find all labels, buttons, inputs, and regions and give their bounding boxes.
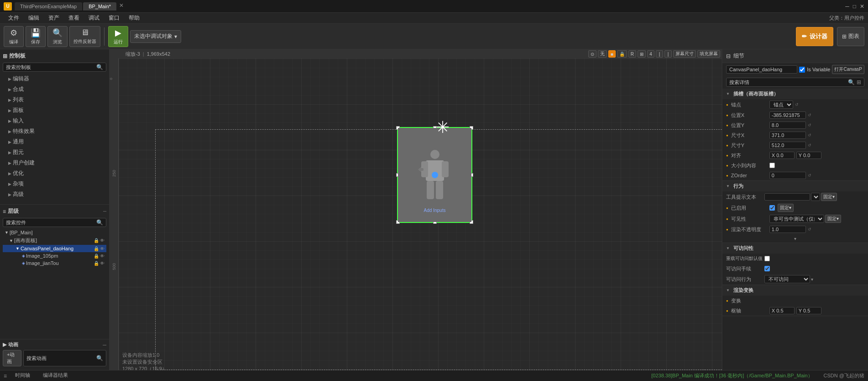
tab-bp-main[interactable]: BP_Main*	[83, 2, 116, 11]
maximize-btn[interactable]: □	[853, 3, 856, 10]
panel-item-optimize[interactable]: 优化	[3, 168, 106, 179]
opacity-input[interactable]	[769, 226, 806, 233]
browse-button[interactable]: 🔍 浏览	[47, 26, 68, 47]
panel-item-editor[interactable]: 编辑器	[3, 74, 106, 84]
view-toggle-btn[interactable]: ⊙	[588, 50, 596, 58]
is-variable-checkbox[interactable]	[799, 67, 805, 73]
pivot-x-input[interactable]	[769, 307, 795, 314]
layer-search-input[interactable]	[6, 220, 96, 225]
toggle-btn-6[interactable]: |	[664, 50, 672, 58]
menu-debug[interactable]: 调试	[84, 13, 104, 23]
layer-item-canvas-daohang[interactable]: ▼ CanvasPanel_daoHang 🔒 👁	[3, 245, 106, 252]
pivot-y-input[interactable]	[796, 307, 821, 314]
toggle-btn-4[interactable]: 4	[647, 50, 654, 58]
open-canvas-button[interactable]: 打开CanvasP	[832, 65, 864, 74]
details-grid-icon[interactable]: ⊞	[857, 79, 861, 85]
toggle-btn-r[interactable]: R	[628, 50, 636, 58]
widget-canvas-element[interactable]: Add Inputs	[397, 127, 472, 223]
panel-item-panel[interactable]: 面板	[3, 105, 106, 116]
layer-panel-collapse[interactable]: ─	[103, 209, 106, 214]
anchor-reset-btn[interactable]: ↺	[794, 102, 800, 107]
toggle-btn-5[interactable]: |	[656, 50, 663, 58]
tooltip-set-btn[interactable]: 固定▾	[821, 193, 837, 201]
panel-item-input[interactable]: 输入	[3, 116, 106, 126]
canvas-area[interactable]: 缩放-3 | 1,969x542 ⊙ 无 ■ 🔒 R ⊞ 4 | | 屏幕尺寸 …	[110, 49, 722, 370]
widget-name-input[interactable]	[726, 65, 797, 74]
tooltip-select[interactable]	[811, 193, 820, 201]
debug-filter-dropdown[interactable]: 未选中调试对象 ▾	[130, 30, 181, 43]
size-content-checkbox[interactable]	[769, 163, 775, 168]
control-panel-search[interactable]: 🔍	[3, 63, 106, 72]
zorder-input[interactable]	[769, 172, 806, 179]
panel-item-special[interactable]: 特殊效果	[3, 126, 106, 137]
accessible-behavior-select[interactable]: 不可访问	[764, 275, 810, 283]
panel-item-list[interactable]: 列表	[3, 95, 106, 105]
layer-search[interactable]: 🔍	[3, 218, 106, 227]
toggle-btn-grid[interactable]: ⊞	[638, 50, 646, 58]
opacity-reset[interactable]: ↺	[807, 227, 812, 232]
layer-item-image-jiantou[interactable]: ◈ Image_jianTou 🔒 👁	[3, 259, 106, 267]
add-animation-button[interactable]: +动画	[3, 350, 21, 366]
save-button[interactable]: 💾 保存	[26, 26, 46, 47]
compiler-results-tab[interactable]: 编译器结果	[38, 371, 73, 381]
size-x-input[interactable]	[769, 132, 806, 139]
control-panel-search-input[interactable]	[6, 64, 96, 70]
size-x-reset[interactable]: ↺	[807, 132, 812, 138]
layer-item-canvas-panel[interactable]: ▼ [画布面板] 🔒 👁	[3, 236, 106, 245]
panel-item-primitive[interactable]: 图元	[3, 147, 106, 158]
menu-help[interactable]: 帮助	[124, 13, 144, 23]
pos-x-input[interactable]	[769, 111, 806, 119]
pos-x-reset[interactable]: ↺	[807, 112, 812, 118]
expand-icon[interactable]: ▾	[794, 236, 796, 241]
graph-button[interactable]: ⊞ 图表	[837, 27, 864, 46]
layer-item-bp-main[interactable]: ▼ [BP_Main]	[3, 229, 106, 236]
zorder-reset[interactable]: ↺	[807, 173, 812, 178]
size-y-input[interactable]	[769, 142, 806, 149]
anim-search[interactable]: 🔍	[23, 350, 107, 366]
accessible-text-checkbox[interactable]	[764, 266, 770, 271]
anchor-select[interactable]: 锚点	[769, 101, 793, 109]
panel-item-user[interactable]: 用户创建	[3, 158, 106, 168]
visible-set-btn[interactable]: 固定▾	[825, 215, 841, 223]
designer-button[interactable]: ✏ 设计器	[796, 27, 833, 46]
panel-item-advanced[interactable]: 高级	[3, 189, 106, 200]
align-y-input[interactable]	[796, 152, 821, 159]
panel-item-composite[interactable]: 合成	[3, 84, 106, 95]
anim-search-input[interactable]	[26, 355, 97, 361]
override-accessible-checkbox[interactable]	[764, 256, 770, 261]
timeline-tab[interactable]: 时间轴	[10, 371, 35, 381]
menu-file[interactable]: 文件	[4, 13, 24, 23]
details-search-input[interactable]	[729, 79, 848, 85]
accessibility-section-header[interactable]: ▼ 可访问性	[722, 243, 868, 254]
compile-button[interactable]: ⚙ 编译	[4, 26, 24, 47]
behavior-section-header[interactable]: ▼ 行为	[722, 181, 868, 191]
minimize-btn[interactable]: ─	[845, 3, 849, 10]
menu-window[interactable]: 窗口	[104, 13, 124, 23]
align-x-input[interactable]	[769, 152, 795, 159]
tab-map[interactable]: ThirdPersonExampleMap	[15, 2, 82, 11]
toggle-btn-2[interactable]: 无	[598, 50, 607, 58]
toggle-btn-lock[interactable]: 🔒	[617, 50, 627, 58]
tab-close-btn[interactable]: ✕	[119, 2, 124, 11]
panel-item-misc[interactable]: 杂项	[3, 179, 106, 189]
pos-y-input[interactable]	[769, 122, 806, 129]
render-transform-header[interactable]: ▼ 渲染变换	[722, 285, 868, 296]
enabled-set-btn[interactable]: 固定▾	[778, 204, 794, 212]
menu-view[interactable]: 查看	[64, 13, 84, 23]
fill-screen-btn[interactable]: 填充屏幕	[697, 50, 720, 58]
anim-panel-collapse[interactable]: ─	[103, 342, 106, 348]
size-y-reset[interactable]: ↺	[807, 143, 812, 148]
menu-asset[interactable]: 资产	[44, 13, 64, 23]
enabled-checkbox[interactable]	[769, 205, 775, 211]
tooltip-input[interactable]	[764, 193, 810, 201]
widget-reflector-button[interactable]: 🖥 控件反射器	[69, 26, 100, 47]
slot-section-header[interactable]: ▼ 插槽（画布面板槽）	[722, 89, 868, 99]
menu-edit[interactable]: 编辑	[24, 13, 44, 23]
visible-select[interactable]: 串可当中测试（仅自身）	[769, 215, 824, 223]
panel-item-common[interactable]: 通用	[3, 137, 106, 147]
screen-size-btn[interactable]: 屏幕尺寸	[673, 50, 696, 58]
layer-item-image-105pm[interactable]: ◈ Image_105pm 🔒 👁	[3, 252, 106, 259]
details-search-box[interactable]: 🔍 ⊞	[726, 78, 864, 87]
accessible-behavior-expand[interactable]: ▾	[811, 277, 813, 282]
run-button[interactable]: ▶ 运行	[108, 26, 128, 47]
